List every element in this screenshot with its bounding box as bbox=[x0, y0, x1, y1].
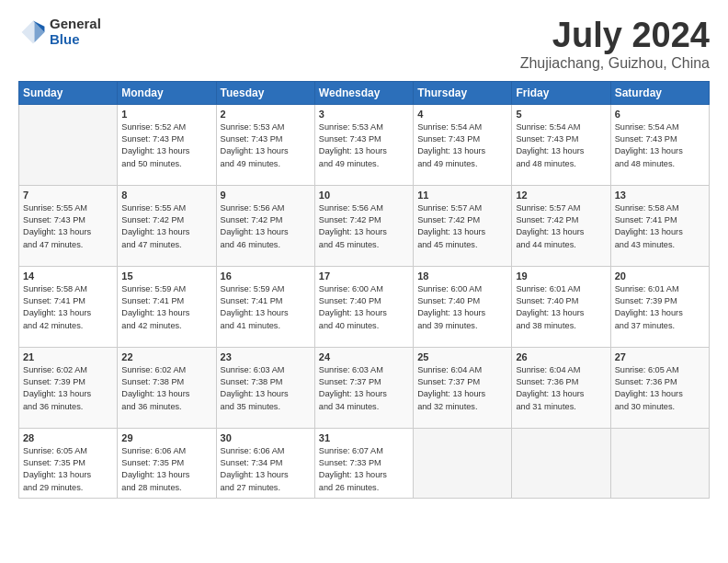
day-header-tuesday: Tuesday bbox=[216, 81, 314, 104]
day-header-monday: Monday bbox=[118, 81, 216, 104]
day-info: Sunrise: 5:56 AM Sunset: 7:42 PM Dayligh… bbox=[319, 202, 409, 251]
day-number: 13 bbox=[615, 190, 705, 201]
day-cell: 30Sunrise: 6:06 AM Sunset: 7:34 PM Dayli… bbox=[216, 428, 314, 498]
day-number: 31 bbox=[319, 432, 409, 443]
day-number: 5 bbox=[516, 109, 606, 120]
logo-blue: Blue bbox=[50, 32, 101, 48]
day-info: Sunrise: 5:54 AM Sunset: 7:43 PM Dayligh… bbox=[615, 121, 705, 170]
week-row-3: 14Sunrise: 5:58 AM Sunset: 7:41 PM Dayli… bbox=[19, 266, 710, 347]
day-number: 24 bbox=[319, 351, 409, 362]
day-number: 20 bbox=[615, 270, 705, 282]
day-cell: 26Sunrise: 6:04 AM Sunset: 7:36 PM Dayli… bbox=[512, 347, 610, 428]
day-number: 4 bbox=[417, 109, 507, 120]
day-number: 9 bbox=[221, 190, 311, 201]
day-info: Sunrise: 6:06 AM Sunset: 7:35 PM Dayligh… bbox=[121, 445, 211, 494]
day-number: 7 bbox=[23, 190, 113, 201]
day-number: 26 bbox=[516, 351, 606, 362]
day-number: 27 bbox=[615, 351, 705, 362]
calendar-page: General Blue July 2024 Zhujiachang, Guiz… bbox=[0, 0, 728, 563]
day-info: Sunrise: 6:02 AM Sunset: 7:39 PM Dayligh… bbox=[23, 364, 113, 413]
day-info: Sunrise: 6:02 AM Sunset: 7:38 PM Dayligh… bbox=[121, 364, 211, 413]
day-info: Sunrise: 5:53 AM Sunset: 7:43 PM Dayligh… bbox=[221, 121, 311, 170]
day-cell: 17Sunrise: 6:00 AM Sunset: 7:40 PM Dayli… bbox=[314, 266, 413, 347]
day-info: Sunrise: 5:58 AM Sunset: 7:41 PM Dayligh… bbox=[23, 283, 113, 332]
day-info: Sunrise: 5:54 AM Sunset: 7:43 PM Dayligh… bbox=[516, 121, 606, 170]
day-cell: 18Sunrise: 6:00 AM Sunset: 7:40 PM Dayli… bbox=[414, 266, 512, 347]
day-info: Sunrise: 6:06 AM Sunset: 7:34 PM Dayligh… bbox=[221, 445, 311, 494]
day-info: Sunrise: 6:04 AM Sunset: 7:36 PM Dayligh… bbox=[516, 364, 606, 413]
day-info: Sunrise: 6:04 AM Sunset: 7:37 PM Dayligh… bbox=[417, 364, 507, 413]
day-cell: 16Sunrise: 5:59 AM Sunset: 7:41 PM Dayli… bbox=[216, 266, 314, 347]
day-cell bbox=[414, 428, 512, 498]
day-cell: 5Sunrise: 5:54 AM Sunset: 7:43 PM Daylig… bbox=[512, 104, 610, 185]
day-info: Sunrise: 6:05 AM Sunset: 7:35 PM Dayligh… bbox=[23, 445, 113, 494]
day-info: Sunrise: 6:00 AM Sunset: 7:40 PM Dayligh… bbox=[417, 283, 507, 332]
day-number: 3 bbox=[319, 109, 409, 120]
day-number: 21 bbox=[23, 351, 113, 362]
week-row-4: 21Sunrise: 6:02 AM Sunset: 7:39 PM Dayli… bbox=[19, 347, 710, 428]
day-number: 15 bbox=[121, 270, 211, 282]
subtitle: Zhujiachang, Guizhou, China bbox=[520, 55, 710, 72]
day-cell: 13Sunrise: 5:58 AM Sunset: 7:41 PM Dayli… bbox=[610, 185, 709, 266]
day-number: 23 bbox=[221, 351, 311, 362]
day-cell: 7Sunrise: 5:55 AM Sunset: 7:43 PM Daylig… bbox=[19, 185, 118, 266]
day-info: Sunrise: 5:57 AM Sunset: 7:42 PM Dayligh… bbox=[417, 202, 507, 251]
day-number: 16 bbox=[221, 270, 311, 282]
days-header-row: SundayMondayTuesdayWednesdayThursdayFrid… bbox=[19, 81, 710, 104]
logo-icon bbox=[20, 19, 46, 45]
day-info: Sunrise: 5:56 AM Sunset: 7:42 PM Dayligh… bbox=[221, 202, 311, 251]
day-cell: 25Sunrise: 6:04 AM Sunset: 7:37 PM Dayli… bbox=[414, 347, 512, 428]
day-cell: 2Sunrise: 5:53 AM Sunset: 7:43 PM Daylig… bbox=[216, 104, 314, 185]
logo-general: General bbox=[50, 17, 101, 32]
day-number: 14 bbox=[23, 270, 113, 282]
day-number: 10 bbox=[319, 190, 409, 201]
title-block: July 2024 Zhujiachang, Guizhou, China bbox=[520, 17, 710, 72]
day-info: Sunrise: 6:01 AM Sunset: 7:39 PM Dayligh… bbox=[615, 283, 705, 332]
day-cell: 4Sunrise: 5:54 AM Sunset: 7:43 PM Daylig… bbox=[414, 104, 512, 185]
day-cell: 12Sunrise: 5:57 AM Sunset: 7:42 PM Dayli… bbox=[512, 185, 610, 266]
day-cell: 20Sunrise: 6:01 AM Sunset: 7:39 PM Dayli… bbox=[610, 266, 709, 347]
day-number: 6 bbox=[615, 109, 705, 120]
day-info: Sunrise: 5:53 AM Sunset: 7:43 PM Dayligh… bbox=[319, 121, 409, 170]
day-cell: 14Sunrise: 5:58 AM Sunset: 7:41 PM Dayli… bbox=[19, 266, 118, 347]
day-info: Sunrise: 6:03 AM Sunset: 7:37 PM Dayligh… bbox=[319, 364, 409, 413]
day-header-friday: Friday bbox=[512, 81, 610, 104]
day-cell: 23Sunrise: 6:03 AM Sunset: 7:38 PM Dayli… bbox=[216, 347, 314, 428]
day-number: 1 bbox=[121, 109, 211, 120]
day-number: 12 bbox=[516, 190, 606, 201]
day-info: Sunrise: 6:00 AM Sunset: 7:40 PM Dayligh… bbox=[319, 283, 409, 332]
day-info: Sunrise: 5:52 AM Sunset: 7:43 PM Dayligh… bbox=[121, 121, 211, 170]
day-info: Sunrise: 5:59 AM Sunset: 7:41 PM Dayligh… bbox=[221, 283, 311, 332]
day-cell: 1Sunrise: 5:52 AM Sunset: 7:43 PM Daylig… bbox=[118, 104, 216, 185]
day-info: Sunrise: 6:07 AM Sunset: 7:33 PM Dayligh… bbox=[319, 445, 409, 494]
day-info: Sunrise: 5:58 AM Sunset: 7:41 PM Dayligh… bbox=[615, 202, 705, 251]
day-info: Sunrise: 5:55 AM Sunset: 7:43 PM Dayligh… bbox=[23, 202, 113, 251]
day-cell: 19Sunrise: 6:01 AM Sunset: 7:40 PM Dayli… bbox=[512, 266, 610, 347]
day-cell bbox=[610, 428, 709, 498]
day-info: Sunrise: 5:59 AM Sunset: 7:41 PM Dayligh… bbox=[121, 283, 211, 332]
week-row-2: 7Sunrise: 5:55 AM Sunset: 7:43 PM Daylig… bbox=[19, 185, 710, 266]
day-cell: 11Sunrise: 5:57 AM Sunset: 7:42 PM Dayli… bbox=[414, 185, 512, 266]
day-info: Sunrise: 6:03 AM Sunset: 7:38 PM Dayligh… bbox=[221, 364, 311, 413]
day-header-saturday: Saturday bbox=[610, 81, 709, 104]
day-number: 17 bbox=[319, 270, 409, 282]
day-info: Sunrise: 6:05 AM Sunset: 7:36 PM Dayligh… bbox=[615, 364, 705, 413]
day-cell: 6Sunrise: 5:54 AM Sunset: 7:43 PM Daylig… bbox=[610, 104, 709, 185]
day-info: Sunrise: 5:54 AM Sunset: 7:43 PM Dayligh… bbox=[417, 121, 507, 170]
day-cell: 27Sunrise: 6:05 AM Sunset: 7:36 PM Dayli… bbox=[610, 347, 709, 428]
day-number: 30 bbox=[221, 432, 311, 443]
calendar-table: SundayMondayTuesdayWednesdayThursdayFrid… bbox=[18, 81, 710, 499]
day-cell: 24Sunrise: 6:03 AM Sunset: 7:37 PM Dayli… bbox=[314, 347, 413, 428]
day-cell: 22Sunrise: 6:02 AM Sunset: 7:38 PM Dayli… bbox=[118, 347, 216, 428]
day-info: Sunrise: 6:01 AM Sunset: 7:40 PM Dayligh… bbox=[516, 283, 606, 332]
day-cell bbox=[512, 428, 610, 498]
day-number: 25 bbox=[417, 351, 507, 362]
main-title: July 2024 bbox=[520, 17, 710, 55]
day-header-wednesday: Wednesday bbox=[314, 81, 413, 104]
day-info: Sunrise: 5:57 AM Sunset: 7:42 PM Dayligh… bbox=[516, 202, 606, 251]
day-cell: 29Sunrise: 6:06 AM Sunset: 7:35 PM Dayli… bbox=[118, 428, 216, 498]
day-cell: 21Sunrise: 6:02 AM Sunset: 7:39 PM Dayli… bbox=[19, 347, 118, 428]
day-info: Sunrise: 5:55 AM Sunset: 7:42 PM Dayligh… bbox=[121, 202, 211, 251]
day-number: 29 bbox=[121, 432, 211, 443]
day-cell: 8Sunrise: 5:55 AM Sunset: 7:42 PM Daylig… bbox=[118, 185, 216, 266]
